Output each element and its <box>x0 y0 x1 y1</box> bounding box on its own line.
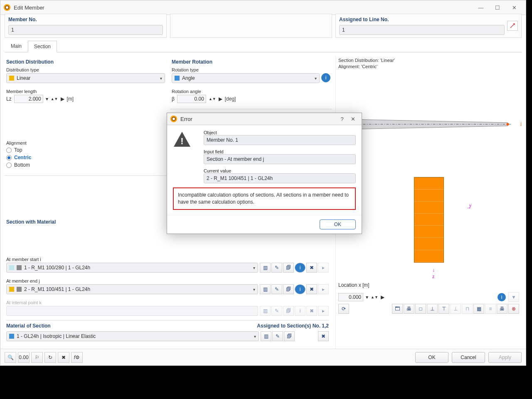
section-internal-combo <box>6 306 258 316</box>
tb-icon[interactable]: ⊗ <box>508 304 519 314</box>
cross-section-preview: y → z ↓ <box>338 162 519 278</box>
section-with-material-box: Section with Material <box>5 178 167 233</box>
rotation-angle-row: β 0.00 ▲▼ ▶ [deg] <box>172 95 330 103</box>
tb-icon[interactable]: ⊥ <box>450 304 461 314</box>
preview-toolbar: ⟳ 🗔 🖶 □ ⊥ ⊤ ⊥ ⊓ ▦ ≡ 🖶 ⊗ <box>338 304 519 314</box>
titlebar[interactable]: Edit Member — ☐ ✕ <box>0 0 526 15</box>
error-input-field: Section - At member end j <box>204 154 356 164</box>
close-button[interactable]: ✕ <box>506 3 522 12</box>
error-ok-button[interactable]: OK <box>320 219 356 229</box>
ok-button[interactable]: OK <box>415 352 448 363</box>
tb-icon[interactable]: ≡ <box>485 304 496 314</box>
error-app-icon <box>170 116 177 122</box>
member-rotation-box: Member Rotation Rotation type Angle ▾ i … <box>170 56 332 109</box>
dialog-footer: 🔍 0.00 ⚐ ↻ ✖ f⚙ OK Cancel Apply <box>0 349 526 365</box>
member-no-label: Member No. <box>8 17 163 22</box>
lib-icon[interactable]: ▥ <box>260 263 271 273</box>
blank-panel <box>170 14 332 38</box>
material-combo[interactable]: 1 - GL24h | Isotropic | Linear Elastic ▾ <box>6 331 259 341</box>
tb-icon[interactable]: 🖶 <box>497 304 507 314</box>
section-profile-preview: i j <box>338 112 519 137</box>
section-start-combo[interactable]: 1 - R_M1 100/280 | 1 - GL24h ▾ <box>6 263 258 273</box>
maximize-button[interactable]: ☐ <box>489 3 506 12</box>
window-title: Edit Member <box>14 5 473 11</box>
foot-icon[interactable]: ⚐ <box>31 352 43 363</box>
cancel-button[interactable]: Cancel <box>452 352 485 363</box>
distribution-type-combo[interactable]: Linear ▾ <box>6 73 165 83</box>
error-dialog: Error ? ✕ ! Object Member No. 1 Input fi… <box>167 113 362 234</box>
tb-icon[interactable]: ⊤ <box>438 304 449 314</box>
preview-panel: Section Distribution: 'Linear' Alignment… <box>335 56 522 349</box>
beta-spinner[interactable]: 0.00 <box>177 95 206 103</box>
svg-text:!: ! <box>180 136 183 146</box>
units-button[interactable]: 0.00 <box>18 352 30 363</box>
copy-icon[interactable]: 🗐 <box>283 263 294 273</box>
foot-icon[interactable]: ↻ <box>44 352 56 363</box>
tb-icon[interactable]: □ <box>415 304 426 314</box>
tb-icon[interactable]: 🗔 <box>392 304 403 314</box>
foot-icon[interactable]: f⚙ <box>71 352 83 363</box>
location-row: Location x [m] <box>338 282 519 288</box>
error-help-button[interactable]: ? <box>337 116 347 122</box>
tb-icon[interactable]: ⊥ <box>427 304 438 314</box>
error-message: Incompatible calculation options of sect… <box>173 187 356 210</box>
assigned-line-label: Assigned to Line No. <box>339 17 505 22</box>
pick-line-button[interactable] <box>507 21 518 31</box>
assigned-line-panel: Assigned to Line No. 1 <box>335 14 522 38</box>
preview-refresh-button[interactable]: ⟳ <box>338 304 349 314</box>
lz-spinner[interactable]: 2.000 <box>14 95 43 103</box>
svg-point-3 <box>507 123 509 126</box>
more-icon[interactable]: ▸ <box>318 263 329 273</box>
rotation-info-button[interactable]: i <box>321 73 330 82</box>
info-icon[interactable]: i <box>295 263 305 273</box>
member-no-field[interactable]: 1 <box>8 25 163 35</box>
apply-button[interactable]: Apply <box>488 352 522 363</box>
assigned-line-field[interactable]: 1 <box>339 25 505 35</box>
new-icon[interactable]: ✎ <box>271 263 282 273</box>
section-end-combo[interactable]: 2 - R_M1 100/451 | 1 - GL24h ▾ <box>6 284 258 294</box>
warning-icon: ! <box>173 130 198 183</box>
edit-member-window: Edit Member — ☐ ✕ Member No. 1 Assigned … <box>0 0 526 366</box>
tb-icon[interactable]: ⊓ <box>462 304 473 314</box>
app-icon <box>4 4 10 11</box>
help-button[interactable]: 🔍 <box>5 352 16 363</box>
align-top-radio[interactable]: Top <box>6 147 165 153</box>
error-object-field: Member No. 1 <box>204 135 356 145</box>
location-spinner[interactable]: 0.000 <box>338 293 363 301</box>
section-distribution-box: Section Distribution Distribution type L… <box>5 56 167 176</box>
preview-info-button[interactable]: i <box>498 293 506 301</box>
error-title: Error <box>180 116 337 122</box>
tab-section[interactable]: Section <box>28 41 57 52</box>
tb-icon[interactable]: 🖶 <box>404 304 414 314</box>
error-titlebar[interactable]: Error ? ✕ <box>167 113 362 125</box>
tab-main[interactable]: Main <box>5 40 28 52</box>
minimize-button[interactable]: — <box>473 3 489 12</box>
tab-bar: Main Section <box>5 40 522 52</box>
foot-icon[interactable]: ✖ <box>58 352 69 363</box>
error-close-button[interactable]: ✕ <box>347 116 358 122</box>
align-bottom-radio[interactable]: Bottom <box>6 162 165 168</box>
align-centric-radio[interactable]: Centric <box>6 155 165 160</box>
rotation-type-combo[interactable]: Angle ▾ <box>172 73 320 83</box>
preview-filter-button[interactable]: ▼ <box>508 292 519 302</box>
tb-icon[interactable]: ▦ <box>473 304 484 314</box>
del-icon[interactable]: ✖ <box>306 263 317 273</box>
member-length-row: Lz 2.000 ▾ ▲▼ ▶ [m] <box>6 95 165 103</box>
error-current-field: 2 - R_M1 100/451 | 1 - GL24h <box>204 173 356 183</box>
member-no-panel: Member No. 1 <box>5 14 167 38</box>
